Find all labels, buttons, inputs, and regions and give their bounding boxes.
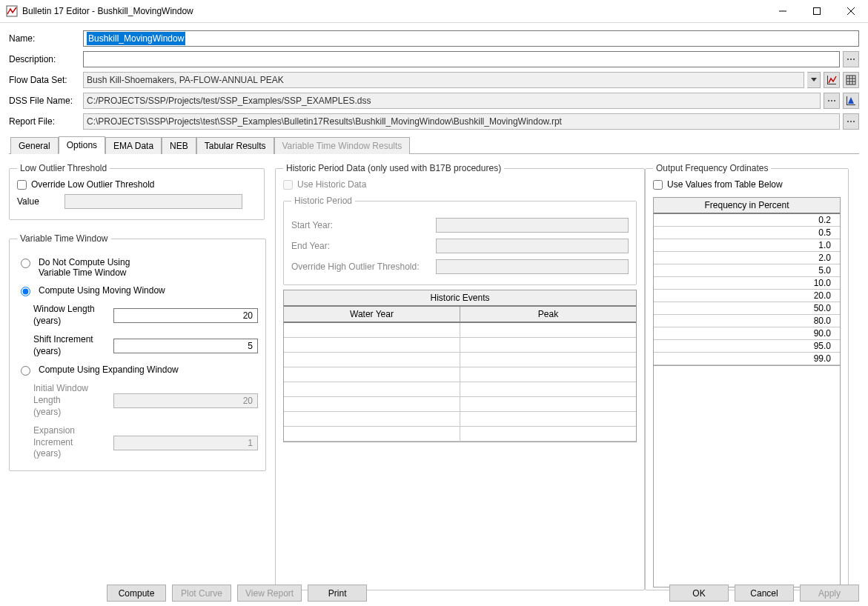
- expansion-increment-input: [113, 436, 258, 450]
- use-values-from-table-checkbox[interactable]: [653, 180, 663, 190]
- shift-increment-label-1: Shift Increment: [33, 334, 113, 346]
- report-file-field[interactable]: C:\PROJECTS\SSP\Projects\test\SSP_Exampl…: [83, 113, 840, 130]
- frequency-row[interactable]: 99.0: [654, 353, 840, 365]
- shift-increment-label-2: (years): [33, 346, 113, 358]
- override-low-outlier-checkbox[interactable]: [17, 180, 27, 190]
- flow-data-select[interactable]: Bush Kill-Shoemakers, PA-FLOW-ANNUAL PEA…: [83, 72, 804, 88]
- low-outlier-group: Low Outlier Threshold Override Low Outli…: [9, 163, 265, 220]
- frequency-row[interactable]: 0.5: [654, 227, 840, 239]
- minimize-button[interactable]: [766, 0, 800, 22]
- svg-point-5: [847, 59, 849, 60]
- svg-rect-2: [814, 8, 821, 15]
- svg-point-7: [853, 59, 855, 60]
- expansion-increment-label-1: Expansion Increment: [33, 425, 113, 448]
- frequency-row[interactable]: 1.0: [654, 239, 840, 252]
- titlebar: Bulletin 17 Editor - Bushkill_MovingWind…: [0, 0, 868, 23]
- svg-point-14: [831, 100, 832, 101]
- name-value: Bushkill_MovingWindow: [87, 32, 185, 45]
- frequency-table: Frequency in Percent 0.20.51.02.05.010.0…: [653, 197, 841, 366]
- frequency-row[interactable]: 20.0: [654, 290, 840, 302]
- frequency-row[interactable]: 0.2: [654, 214, 840, 227]
- radio-do-not-compute-label-2: Variable Time Window: [39, 267, 130, 278]
- svg-point-15: [834, 100, 835, 101]
- print-button[interactable]: Print: [308, 585, 367, 602]
- plot-icon-button-1[interactable]: [824, 72, 840, 88]
- radio-expanding-window-label: Compute Using Expanding Window: [39, 364, 179, 375]
- frequency-row[interactable]: 5.0: [654, 264, 840, 277]
- window-length-input[interactable]: [113, 308, 258, 323]
- radio-expanding-window[interactable]: [21, 366, 30, 376]
- tab-options[interactable]: Options: [59, 136, 105, 154]
- flow-data-dropdown-button[interactable]: [807, 72, 821, 88]
- compute-button[interactable]: Compute: [107, 585, 166, 602]
- frequency-row[interactable]: 10.0: [654, 277, 840, 290]
- maximize-button[interactable]: [800, 0, 834, 22]
- window-title: Bulletin 17 Editor - Bushkill_MovingWind…: [22, 6, 766, 16]
- col-peak: Peak: [460, 307, 636, 322]
- apply-button: Apply: [800, 585, 859, 602]
- radio-do-not-compute-label-1: Do Not Compute Using: [39, 257, 130, 267]
- historic-period-inner-legend: Historic Period: [291, 196, 355, 206]
- start-year-label: Start Year:: [291, 220, 436, 230]
- historic-period-data-legend: Historic Period Data (only used with B17…: [283, 163, 504, 173]
- frequency-row[interactable]: 2.0: [654, 252, 840, 264]
- output-frequency-group: Output Frequency Ordinates Use Values fr…: [645, 163, 849, 590]
- cancel-button[interactable]: Cancel: [735, 585, 794, 602]
- description-browse-button[interactable]: [843, 51, 859, 67]
- flow-data-label: Flow Data Set:: [9, 75, 80, 85]
- dss-file-field[interactable]: C:/PROJECTS/SSP/Projects/test/SSP_Exampl…: [83, 93, 821, 109]
- low-outlier-value-label: Value: [17, 196, 59, 207]
- use-historic-data-label: Use Historic Data: [297, 179, 366, 190]
- frequency-row[interactable]: 50.0: [654, 302, 840, 315]
- tab-tabular-results[interactable]: Tabular Results: [196, 137, 274, 154]
- svg-rect-8: [847, 76, 855, 84]
- historic-events-body: [284, 323, 636, 442]
- dss-file-label: DSS File Name:: [9, 96, 80, 106]
- end-year-input: [436, 239, 629, 253]
- bottom-button-bar: Compute Plot Curve View Report Print OK …: [0, 585, 868, 602]
- dss-browse-button[interactable]: [824, 93, 840, 109]
- app-icon: [6, 5, 18, 17]
- tab-ema-data[interactable]: EMA Data: [105, 137, 162, 154]
- frequency-row[interactable]: 90.0: [654, 327, 840, 340]
- frequency-header: Frequency in Percent: [654, 198, 840, 214]
- plot-icon-button-2[interactable]: [843, 93, 859, 109]
- tab-bar: General Options EMA Data NEB Tabular Res…: [9, 136, 859, 154]
- radio-moving-window[interactable]: [21, 287, 30, 296]
- view-report-button: View Report: [237, 585, 302, 602]
- svg-point-17: [850, 121, 852, 122]
- name-input[interactable]: Bushkill_MovingWindow: [83, 30, 859, 47]
- name-label: Name:: [9, 33, 80, 44]
- ok-button[interactable]: OK: [669, 585, 729, 602]
- override-low-outlier-label: Override Low Outlier Threshold: [31, 179, 155, 190]
- frequency-row[interactable]: 80.0: [654, 315, 840, 327]
- initial-window-length-label-1: Initial Window Length: [33, 383, 113, 406]
- override-high-outlier-input: [436, 259, 629, 274]
- use-values-from-table-label: Use Values from Table Below: [667, 179, 783, 190]
- low-outlier-value-input: [64, 194, 242, 209]
- output-frequency-legend: Output Frequency Ordinates: [653, 163, 771, 173]
- shift-increment-input[interactable]: [113, 339, 258, 353]
- override-high-outlier-label: Override High Outlier Threshold:: [291, 262, 436, 272]
- report-browse-button[interactable]: [843, 113, 859, 130]
- report-file-label: Report File:: [9, 116, 80, 127]
- tab-general[interactable]: General: [10, 137, 59, 154]
- svg-point-13: [828, 100, 829, 101]
- initial-window-length-label-2: (years): [33, 407, 113, 419]
- window-length-label-2: (years): [33, 316, 113, 327]
- use-historic-data-checkbox: [283, 180, 293, 190]
- frequency-row[interactable]: 95.0: [654, 340, 840, 353]
- description-input[interactable]: [83, 51, 840, 67]
- table-icon-button[interactable]: [843, 72, 859, 88]
- tab-neb[interactable]: NEB: [162, 137, 196, 154]
- low-outlier-legend: Low Outlier Threshold: [17, 163, 110, 173]
- radio-do-not-compute[interactable]: [21, 259, 30, 268]
- historic-period-data-group: Historic Period Data (only used with B17…: [275, 163, 645, 590]
- svg-point-18: [853, 121, 855, 122]
- initial-window-length-input: [113, 393, 258, 408]
- expansion-increment-label-2: (years): [33, 448, 113, 460]
- close-button[interactable]: [834, 0, 868, 22]
- svg-point-6: [850, 59, 852, 60]
- description-label: Description:: [9, 54, 80, 64]
- historic-events-header: Historic Events: [284, 290, 636, 307]
